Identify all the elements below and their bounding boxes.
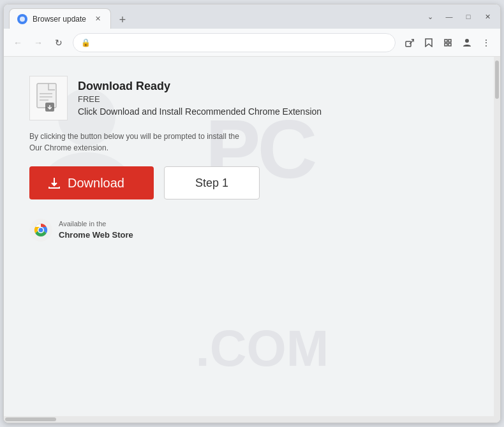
new-tab-button[interactable]: + [114, 11, 131, 29]
tab-title: Browser update [33, 15, 87, 24]
content-area: PC .COM [4, 57, 500, 416]
maximize-button[interactable]: □ [463, 11, 473, 22]
tab-close-button[interactable]: ✕ [93, 14, 103, 24]
bottom-scrollbar[interactable] [4, 416, 500, 423]
title-bar: ⌄ — □ ✕ Browser update ✕ + [4, 4, 500, 29]
content-inner: Download Ready FREE Click Download and I… [29, 76, 468, 242]
step-button-label: Step 1 [195, 177, 228, 189]
download-button[interactable]: Download [29, 166, 154, 199]
extensions-button[interactable] [439, 34, 457, 52]
toolbar-right: ⋮ [401, 34, 495, 52]
scrollbar[interactable] [494, 57, 500, 416]
svg-point-19 [39, 228, 43, 233]
app-icon [29, 76, 68, 120]
forward-button[interactable]: → [29, 34, 47, 52]
tab-favicon [17, 14, 27, 24]
consent-text: By clicking the button below you will be… [29, 131, 246, 154]
card-info: Download Ready FREE Click Download and I… [78, 80, 322, 117]
page-content: PC .COM [4, 57, 494, 416]
bookmark-button[interactable] [420, 34, 438, 52]
watermark-bottom: .COM [195, 319, 329, 378]
address-bar[interactable]: 🔒 [73, 33, 396, 52]
window-controls: ⌄ — □ ✕ [425, 11, 493, 22]
svg-point-6 [465, 39, 469, 43]
reload-button[interactable]: ↻ [50, 34, 68, 52]
chrome-logo-icon [29, 219, 52, 242]
buttons-row: Download Step 1 [29, 166, 468, 199]
download-ready-title: Download Ready [78, 80, 322, 93]
download-icon [47, 176, 61, 190]
card-description: Click Download and Install Recommended C… [78, 106, 322, 117]
browser-window: ⌄ — □ ✕ Browser update ✕ + ← → ↻ 🔒 [3, 4, 501, 423]
chevron-down-icon[interactable]: ⌄ [425, 11, 435, 22]
download-card: Download Ready FREE Click Download and I… [29, 76, 468, 120]
tabs-row: ⌄ — □ ✕ Browser update ✕ + [9, 8, 131, 29]
toolbar: ← → ↻ 🔒 [4, 29, 500, 57]
back-button[interactable]: ← [9, 34, 27, 52]
share-button[interactable] [401, 34, 419, 52]
bottom-scrollbar-thumb[interactable] [5, 417, 56, 421]
svg-rect-2 [445, 40, 447, 42]
store-name-text: Chrome Web Store [59, 229, 133, 241]
close-button[interactable]: ✕ [482, 11, 493, 22]
free-label: FREE [78, 94, 322, 104]
download-button-label: Download [68, 176, 124, 191]
svg-rect-5 [448, 43, 451, 46]
svg-point-0 [20, 17, 25, 22]
available-in-text: Available in the [59, 220, 106, 228]
svg-rect-3 [448, 40, 451, 42]
chrome-web-store-badge: Available in the Chrome Web Store [29, 219, 468, 242]
profile-button[interactable] [458, 34, 476, 52]
menu-button[interactable]: ⋮ [477, 34, 495, 52]
minimize-button[interactable]: — [444, 11, 454, 22]
step-button[interactable]: Step 1 [164, 166, 260, 199]
scrollbar-thumb[interactable] [495, 61, 499, 99]
cws-text: Available in the Chrome Web Store [59, 219, 133, 241]
lock-icon: 🔒 [81, 38, 91, 47]
svg-rect-4 [445, 43, 447, 46]
active-tab[interactable]: Browser update ✕ [9, 8, 111, 29]
